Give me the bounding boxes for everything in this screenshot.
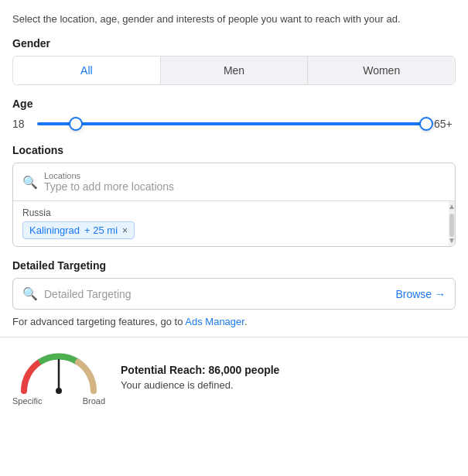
potential-reach: Potential Reach: 86,000 people — [121, 364, 456, 376]
targeting-section: Detailed Targeting 🔍 Detailed Targeting … — [12, 259, 456, 310]
locations-list-content: Russia Kaliningrad + 25 mi × — [13, 201, 449, 246]
scroll-bar: ▲ ▼ — [449, 201, 455, 246]
locations-box: 🔍 Locations Type to add more locations R… — [12, 163, 456, 247]
age-slider[interactable] — [37, 116, 426, 132]
audience-gauge — [16, 348, 101, 395]
targeting-label: Detailed Targeting — [12, 259, 456, 272]
location-tag-extra: + 25 mi — [84, 224, 118, 236]
advanced-text-prefix: For advanced targeting features, go to — [12, 316, 185, 327]
locations-label: Locations — [12, 144, 456, 156]
gender-label: Gender — [12, 37, 456, 50]
locations-input-label: Locations — [44, 171, 174, 180]
gauge-broad-label: Broad — [83, 396, 105, 406]
locations-search-row[interactable]: 🔍 Locations Type to add more locations — [13, 163, 455, 201]
age-label: Age — [12, 98, 456, 110]
ads-manager-link[interactable]: Ads Manager — [185, 316, 244, 327]
gauge-specific-label: Specific — [12, 396, 43, 406]
age-max-value: 65+ — [434, 118, 456, 130]
gender-women-button[interactable]: Women — [308, 57, 455, 84]
location-country: Russia — [22, 207, 439, 218]
age-min-value: 18 — [12, 118, 29, 130]
gender-buttons: All Men Women — [12, 56, 456, 85]
gauge-wrap: Specific Broad — [12, 348, 105, 406]
reach-info: Potential Reach: 86,000 people Your audi… — [121, 364, 456, 391]
gender-men-button[interactable]: Men — [161, 57, 309, 84]
age-section: Age 18 65+ — [12, 98, 456, 132]
locations-list-area: Russia Kaliningrad + 25 mi × ▲ ▼ — [13, 201, 455, 246]
slider-thumb-left[interactable] — [69, 117, 83, 131]
svg-point-1 — [56, 388, 62, 394]
targeting-search-icon: 🔍 — [22, 286, 38, 301]
age-row: 18 65+ — [12, 116, 456, 132]
bottom-bar: Specific Broad Potential Reach: 86,000 p… — [0, 337, 468, 416]
location-remove-button[interactable]: × — [122, 225, 128, 236]
browse-button[interactable]: Browse → — [395, 288, 446, 300]
location-tag-name: Kaliningrad — [29, 224, 80, 236]
slider-track — [37, 122, 426, 125]
advanced-targeting-text: For advanced targeting features, go to A… — [12, 316, 456, 327]
targeting-box[interactable]: 🔍 Detailed Targeting Browse → — [12, 278, 456, 310]
scroll-down-icon[interactable]: ▼ — [448, 237, 456, 245]
scroll-up-icon[interactable]: ▲ — [448, 203, 456, 211]
intro-text: Select the location, age, gender and int… — [12, 12, 456, 26]
search-icon: 🔍 — [22, 175, 38, 190]
advanced-text-suffix: . — [244, 316, 248, 327]
audience-status: Your audience is defined. — [121, 379, 456, 391]
locations-input-placeholder[interactable]: Type to add more locations — [44, 180, 174, 193]
location-tag[interactable]: Kaliningrad + 25 mi × — [22, 221, 135, 239]
targeting-input[interactable]: Detailed Targeting — [44, 288, 389, 300]
gauge-labels: Specific Broad — [12, 396, 105, 406]
slider-thumb-right[interactable] — [419, 117, 433, 131]
locations-input-wrap: Locations Type to add more locations — [44, 171, 174, 193]
scroll-thumb[interactable] — [449, 214, 454, 237]
locations-section: Locations 🔍 Locations Type to add more l… — [12, 144, 456, 247]
gender-section: Gender All Men Women — [12, 37, 456, 85]
gender-all-button[interactable]: All — [13, 57, 161, 84]
